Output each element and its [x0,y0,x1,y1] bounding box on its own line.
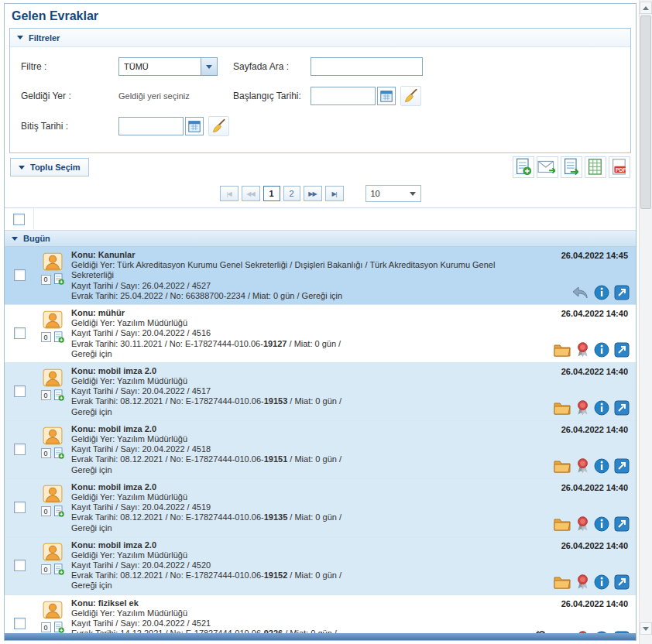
document-sender: Geldiği Yer: Yazılım Müdürlüğü [71,550,527,560]
baslangic-tarihi-label: Başlangıç Tarihi: [233,91,311,101]
row-checkbox[interactable] [14,327,26,339]
sender-avatar-icon [43,600,63,620]
open-document-icon[interactable] [614,400,630,416]
folder-icon[interactable] [553,400,571,416]
filters-header[interactable]: Filtreler [10,29,630,47]
received-datetime: 26.04.2022 14:45 [561,251,628,260]
page-1-button[interactable]: 1 [263,186,280,201]
info-icon[interactable] [594,285,609,300]
note-count-badge: 0 [41,506,51,516]
excel-export-button[interactable] [585,156,606,178]
open-document-icon[interactable] [614,342,630,358]
chevron-down-icon [410,192,416,196]
document-registration: Kayıt Tarihi / Sayı: 20.04.2022 / 4519 [71,502,527,512]
open-document-icon[interactable] [614,516,630,532]
first-page-button[interactable]: |◀ [220,186,238,201]
note-count-badge: 0 [41,564,51,574]
add-note-icon[interactable] [53,331,65,344]
pagination: |◀ ◀◀ 1 2 ▶▶ ▶| 10 [5,185,636,202]
baslangic-clear-button[interactable] [400,86,421,106]
toplu-secim-button[interactable]: Toplu Seçim [10,158,89,176]
document-subject: Konu: mobil imza 2.0 [71,482,527,492]
document-row[interactable]: 0 Konu: mühür Geldiği Yer: Yazılım Müdür… [5,305,636,363]
baslangic-calendar-button[interactable] [377,87,396,105]
add-note-icon[interactable] [53,389,65,402]
certificate-icon[interactable] [576,574,589,591]
scroll-down-button[interactable] [640,622,652,635]
info-icon[interactable] [594,516,609,532]
received-datetime: 26.04.2022 14:40 [561,309,628,318]
note-count-badge: 0 [41,390,51,400]
add-note-icon[interactable] [53,447,65,460]
export-toolbar [513,156,630,178]
filters-body: Filtre : TÜMÜ Sayfada Ara : Geldiği Yer … [10,47,630,152]
open-document-icon[interactable] [614,574,630,590]
select-all-checkbox[interactable] [13,214,25,225]
scrollbar-thumb[interactable] [640,15,651,209]
bitis-tarihi-input[interactable] [118,117,184,135]
sayfada-ara-label: Sayfada Ara : [233,61,311,72]
sayfada-ara-input[interactable] [311,57,423,76]
document-row[interactable]: 0 Konu: mobil imza 2.0 Geldiği Yer: Yazı… [5,479,636,537]
row-checkbox[interactable] [14,502,26,513]
row-checkbox[interactable] [14,560,26,571]
info-icon[interactable] [594,574,609,590]
group-header-bugun[interactable]: Bugün [5,231,636,247]
filtre-dropdown-value: TÜMÜ [119,58,201,75]
reply-icon[interactable] [571,285,589,300]
page-size-select[interactable]: 10 [365,185,421,202]
document-details: Evrak Tarihi: 08.12.2021 / No: E-1782744… [71,512,527,522]
group-header-label: Bugün [23,234,50,243]
document-subject: Konu: mobil imza 2.0 [71,424,527,434]
open-document-icon[interactable] [614,458,630,474]
document-row[interactable]: 0 Konu: mobil imza 2.0 Geldiği Yer: Yazı… [5,363,636,421]
document-sender: Geldiği Yer: Yazılım Müdürlüğü [71,376,527,386]
info-icon[interactable] [594,458,609,474]
certificate-icon[interactable] [576,516,589,533]
page-2-button[interactable]: 2 [283,186,300,201]
forward-mail-button[interactable] [537,156,558,178]
baslangic-tarihi-input[interactable] [311,87,376,105]
document-details-line2: Gereği için [71,465,527,475]
chevron-down-icon[interactable] [201,58,217,75]
folder-icon[interactable] [553,516,571,532]
document-row[interactable]: 0 Konu: mobil imza 2.0 Geldiği Yer: Yazı… [5,537,636,595]
certificate-icon[interactable] [576,341,589,358]
row-checkbox[interactable] [14,444,26,455]
add-note-icon[interactable] [53,273,65,286]
add-note-icon[interactable] [53,622,65,634]
row-checkbox[interactable] [14,385,26,397]
filtre-dropdown[interactable]: TÜMÜ [118,57,218,76]
info-icon[interactable] [594,400,609,416]
info-icon[interactable] [594,342,609,358]
folder-icon[interactable] [553,574,571,590]
calendar-icon [187,119,201,133]
folder-icon[interactable] [553,458,571,474]
document-registration: Kayıt Tarihi / Sayı: 20.04.2022 / 4517 [71,386,527,396]
document-row[interactable]: 0 Konu: mobil imza 2.0 Geldiği Yer: Yazı… [5,421,636,479]
row-checkbox[interactable] [14,618,26,629]
note-count-badge: 0 [41,448,51,458]
sender-avatar-icon [43,310,63,330]
geldigi-yer-picker[interactable]: Geldiği yeri seçiniz [118,91,218,101]
row-checkbox[interactable] [14,269,26,281]
folder-icon[interactable] [553,342,571,358]
certificate-icon[interactable] [576,457,589,474]
document-row[interactable]: 0 Konu: Kanunlar Geldiği Yer: Türk Akred… [5,247,636,305]
next-page-button[interactable]: ▶▶ [304,186,322,201]
pdf-export-button[interactable] [609,156,630,178]
add-document-button[interactable] [513,156,534,178]
bitis-clear-button[interactable] [208,116,229,136]
vertical-scrollbar[interactable] [639,0,652,644]
certificate-icon[interactable] [576,399,589,416]
add-note-icon[interactable] [53,505,65,518]
document-details-line2: Gereği için [71,349,527,359]
last-page-button[interactable]: ▶| [325,186,344,201]
prev-page-button[interactable]: ◀◀ [242,186,260,201]
document-sender: Geldiği Yer: Yazılım Müdürlüğü [71,608,527,618]
export-document-button[interactable] [561,156,582,178]
bitis-calendar-button[interactable] [185,117,204,135]
scroll-up-button[interactable] [640,2,652,14]
open-document-icon[interactable] [614,285,630,300]
add-note-icon[interactable] [53,564,65,576]
